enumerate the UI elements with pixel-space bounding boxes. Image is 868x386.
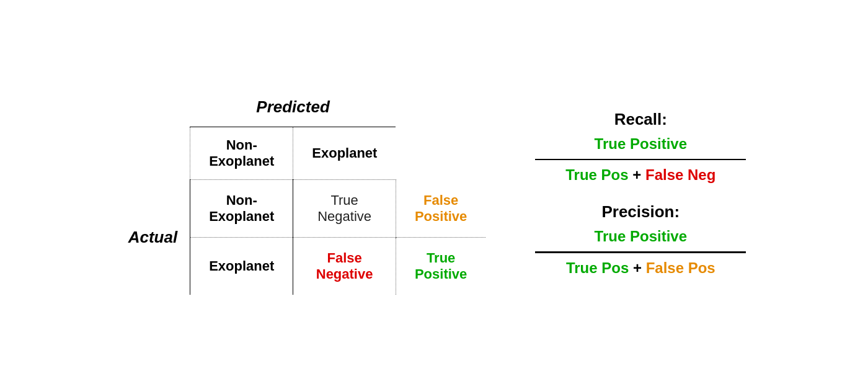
recall-denom-tp: True Pos [565, 166, 628, 183]
row-header-exoplanet: Exoplanet [190, 238, 293, 295]
main-container: Predicted Non-Exoplanet Exoplanet Actual… [0, 79, 868, 307]
confusion-matrix: Predicted Non-Exoplanet Exoplanet Actual… [122, 91, 486, 295]
recall-block: Recall: True Positive True Pos + False N… [535, 110, 746, 184]
predicted-header: Predicted [190, 91, 396, 127]
row-header-non-exoplanet: Non-Exoplanet [190, 180, 293, 238]
precision-numerator: True Positive [595, 228, 687, 245]
actual-header: Actual [122, 180, 190, 295]
corner-empty [122, 91, 190, 127]
recall-denominator: True Pos + False Neg [565, 166, 715, 184]
recall-title: Recall: [614, 110, 667, 129]
recall-denom-fn: False Neg [645, 166, 715, 183]
col-header-non-exoplanet: Non-Exoplanet [190, 127, 293, 180]
precision-denominator: True Pos + False Pos [566, 259, 715, 277]
precision-title: Precision: [601, 202, 680, 222]
precision-denom-tp: True Pos [566, 259, 629, 276]
cell-true-negative: TrueNegative [293, 180, 396, 238]
precision-divider [535, 251, 746, 253]
formulas-panel: Recall: True Positive True Pos + False N… [535, 110, 746, 277]
matrix-table: Predicted Non-Exoplanet Exoplanet Actual… [122, 91, 486, 295]
recall-plus: + [632, 166, 645, 183]
precision-block: Precision: True Positive True Pos + Fals… [535, 202, 746, 277]
col-header-exoplanet: Exoplanet [293, 127, 396, 180]
corner-empty-2 [122, 127, 190, 180]
precision-plus: + [633, 259, 646, 276]
recall-numerator: True Positive [595, 135, 687, 153]
cell-true-positive: TruePositive [396, 238, 485, 295]
cell-false-positive: FalsePositive [396, 180, 485, 238]
recall-divider [535, 159, 746, 161]
cell-false-negative: FalseNegative [293, 238, 396, 295]
precision-denom-fp: False Pos [646, 259, 715, 276]
